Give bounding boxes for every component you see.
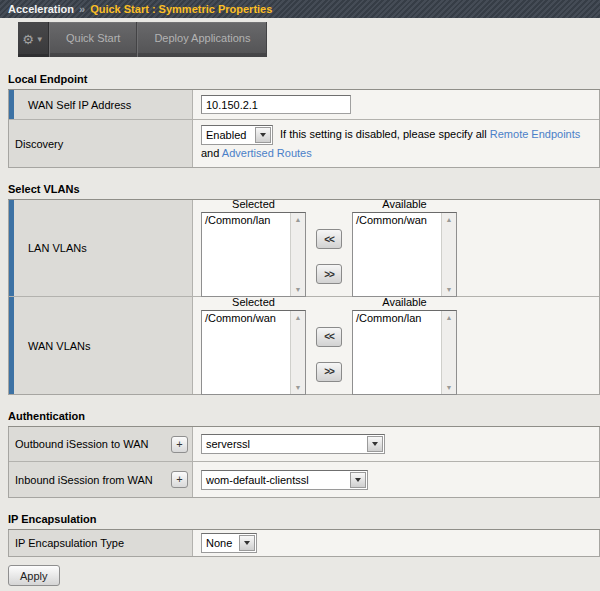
gear-icon: ⚙ bbox=[22, 33, 34, 46]
row-inbound-isession: Inbound iSession from WAN + wom-default-… bbox=[9, 462, 599, 497]
row-wan-vlans: WAN VLANs Selected /Common/wan ▲ bbox=[9, 297, 599, 394]
outbound-isession-value-cell: serverssl bbox=[193, 427, 599, 461]
outbound-isession-add-button[interactable]: + bbox=[171, 436, 188, 453]
listbox-items: /Common/lan bbox=[202, 213, 290, 296]
wan-self-ip-value-cell bbox=[193, 90, 599, 119]
move-to-selected-button[interactable]: << bbox=[316, 229, 342, 249]
available-header: Available bbox=[352, 296, 457, 308]
section-title-local-endpoint: Local Endpoint bbox=[8, 73, 600, 90]
discovery-help-text-2: and bbox=[201, 147, 219, 159]
inbound-isession-select[interactable]: wom-default-clientssl bbox=[201, 470, 368, 490]
row-outbound-isession: Outbound iSession to WAN + serverssl bbox=[9, 427, 599, 462]
section-title-ip-encapsulation: IP Encapsulation bbox=[8, 513, 600, 530]
breadcrumb-separator: » bbox=[79, 3, 85, 15]
discovery-label-cell: Discovery bbox=[9, 120, 193, 167]
scroll-up-icon[interactable]: ▲ bbox=[446, 216, 453, 223]
select-vlans-table: LAN VLANs Selected /Common/lan ▲ bbox=[8, 200, 600, 395]
tab-quick-start[interactable]: Quick Start bbox=[49, 22, 137, 57]
page-content: Local Endpoint WAN Self IP Address Disco… bbox=[0, 73, 600, 586]
list-item[interactable]: /Common/lan bbox=[202, 214, 290, 226]
inbound-isession-value-cell: wom-default-clientssl bbox=[193, 462, 599, 497]
scroll-up-icon[interactable]: ▲ bbox=[295, 216, 302, 223]
discovery-help-text-1: If this setting is disabled, please spec… bbox=[280, 128, 487, 140]
lan-vlans-available-column: Available /Common/wan ▲ ▼ bbox=[352, 197, 457, 297]
scrollbar[interactable]: ▲ ▼ bbox=[290, 213, 305, 296]
required-marker bbox=[9, 297, 14, 394]
listbox-items: /Common/lan bbox=[353, 311, 441, 394]
breadcrumb-section-acceleration[interactable]: Acceleration bbox=[8, 3, 74, 15]
apply-button[interactable]: Apply bbox=[8, 565, 60, 586]
scrollbar[interactable]: ▲ ▼ bbox=[441, 311, 456, 394]
listbox-items: /Common/wan bbox=[353, 213, 441, 296]
lan-vlans-value-cell: Selected /Common/lan ▲ ▼ bbox=[193, 200, 599, 296]
outbound-isession-select[interactable]: serverssl bbox=[201, 434, 385, 454]
list-item[interactable]: /Common/lan bbox=[353, 312, 441, 324]
wan-self-ip-input[interactable] bbox=[201, 95, 351, 114]
list-item[interactable]: /Common/wan bbox=[202, 312, 290, 324]
dropdown-arrow-icon bbox=[350, 472, 366, 488]
row-ip-encapsulation-type: IP Encapsulation Type None bbox=[9, 530, 599, 556]
authentication-table: Outbound iSession to WAN + serverssl Inb… bbox=[8, 427, 600, 498]
wan-vlans-label: WAN VLANs bbox=[28, 340, 91, 352]
ip-encapsulation-type-select-value: None bbox=[202, 537, 238, 549]
tab-bar: ⚙ ▼ Quick Start Deploy Applications bbox=[0, 18, 600, 58]
move-to-available-button[interactable]: >> bbox=[316, 264, 342, 284]
selected-header: Selected bbox=[201, 198, 306, 210]
screen: Acceleration»Quick Start : Symmetric Pro… bbox=[0, 0, 600, 591]
wan-vlans-selected-column: Selected /Common/wan ▲ ▼ bbox=[201, 295, 306, 395]
scrollbar[interactable]: ▲ ▼ bbox=[441, 213, 456, 296]
discovery-label: Discovery bbox=[15, 138, 63, 150]
inbound-isession-label-cell: Inbound iSession from WAN + bbox=[9, 462, 193, 497]
lan-vlans-available-listbox[interactable]: /Common/wan ▲ ▼ bbox=[352, 212, 457, 297]
wan-vlans-value-cell: Selected /Common/wan ▲ ▼ bbox=[193, 297, 599, 394]
row-lan-vlans: LAN VLANs Selected /Common/lan ▲ bbox=[9, 200, 599, 297]
chevron-down-icon: ▼ bbox=[36, 35, 44, 44]
ip-encapsulation-type-label-cell: IP Encapsulation Type bbox=[9, 530, 193, 556]
row-discovery: Discovery Enabled If this setting is dis… bbox=[9, 120, 599, 167]
outbound-isession-label: Outbound iSession to WAN bbox=[15, 438, 149, 450]
selected-header: Selected bbox=[201, 296, 306, 308]
row-wan-self-ip: WAN Self IP Address bbox=[9, 90, 599, 120]
tab-deploy-applications-label: Deploy Applications bbox=[154, 32, 250, 44]
required-marker bbox=[9, 90, 14, 119]
scroll-down-icon[interactable]: ▼ bbox=[446, 384, 453, 391]
move-to-available-button[interactable]: >> bbox=[316, 362, 342, 382]
lan-vlans-label-cell: LAN VLANs bbox=[9, 200, 193, 296]
move-to-selected-button[interactable]: << bbox=[316, 327, 342, 347]
scroll-down-icon[interactable]: ▼ bbox=[446, 286, 453, 293]
dropdown-arrow-icon bbox=[255, 127, 271, 143]
gear-menu-button[interactable]: ⚙ ▼ bbox=[18, 22, 49, 57]
discovery-select[interactable]: Enabled bbox=[201, 125, 273, 145]
discovery-value-cell: Enabled If this setting is disabled, ple… bbox=[193, 120, 599, 167]
outbound-isession-select-value: serverssl bbox=[202, 438, 366, 450]
available-header: Available bbox=[352, 198, 457, 210]
list-item[interactable]: /Common/wan bbox=[353, 214, 441, 226]
remote-endpoints-link[interactable]: Remote Endpoints bbox=[490, 128, 581, 140]
wan-vlans-selected-listbox[interactable]: /Common/wan ▲ ▼ bbox=[201, 310, 306, 395]
wan-self-ip-label-cell: WAN Self IP Address bbox=[9, 90, 193, 119]
tab-deploy-applications[interactable]: Deploy Applications bbox=[137, 22, 267, 57]
scrollbar[interactable]: ▲ ▼ bbox=[290, 311, 305, 394]
inbound-isession-select-value: wom-default-clientssl bbox=[202, 474, 349, 486]
ip-encapsulation-type-value-cell: None bbox=[193, 530, 599, 556]
wan-vlans-move-buttons: << >> bbox=[306, 312, 352, 397]
breadcrumb-page-title: Quick Start : Symmetric Properties bbox=[90, 3, 272, 15]
inbound-isession-add-button[interactable]: + bbox=[171, 471, 188, 488]
listbox-items: /Common/wan bbox=[202, 311, 290, 394]
scroll-down-icon[interactable]: ▼ bbox=[295, 286, 302, 293]
ip-encapsulation-type-select[interactable]: None bbox=[201, 533, 257, 553]
wan-vlans-dual-list: Selected /Common/wan ▲ ▼ bbox=[201, 295, 457, 397]
lan-vlans-label: LAN VLANs bbox=[28, 242, 87, 254]
tab-quick-start-label: Quick Start bbox=[66, 32, 120, 44]
lan-vlans-move-buttons: << >> bbox=[306, 214, 352, 299]
lan-vlans-dual-list: Selected /Common/lan ▲ ▼ bbox=[201, 197, 457, 299]
advertised-routes-link[interactable]: Advertised Routes bbox=[222, 147, 312, 159]
ip-encapsulation-type-label: IP Encapsulation Type bbox=[15, 537, 124, 549]
scroll-up-icon[interactable]: ▲ bbox=[446, 314, 453, 321]
local-endpoint-table: WAN Self IP Address Discovery Enabled If… bbox=[8, 90, 600, 168]
section-title-authentication: Authentication bbox=[8, 410, 600, 427]
lan-vlans-selected-listbox[interactable]: /Common/lan ▲ ▼ bbox=[201, 212, 306, 297]
wan-vlans-available-listbox[interactable]: /Common/lan ▲ ▼ bbox=[352, 310, 457, 395]
scroll-down-icon[interactable]: ▼ bbox=[295, 384, 302, 391]
scroll-up-icon[interactable]: ▲ bbox=[295, 314, 302, 321]
